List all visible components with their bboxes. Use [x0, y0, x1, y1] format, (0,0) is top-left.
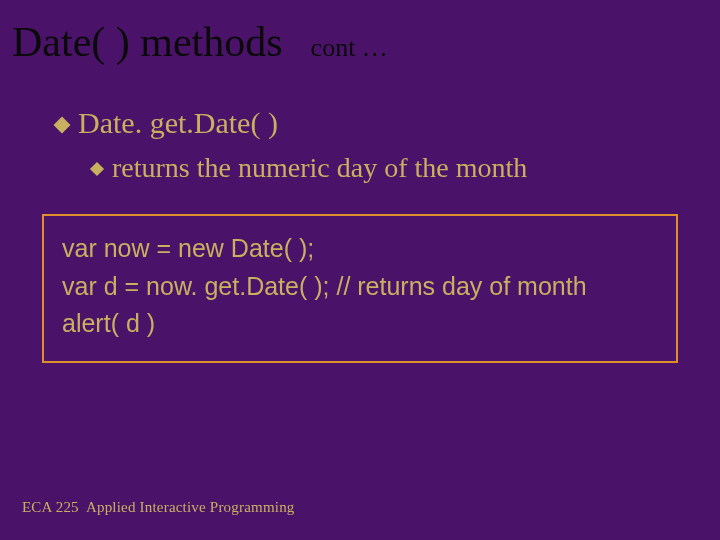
slide: Date( ) methods cont … Date. get.Date( )… — [0, 0, 720, 540]
bullet-level-2: returns the numeric day of the month — [92, 152, 700, 184]
code-line: alert( d ) — [62, 305, 658, 343]
bullet-level-1: Date. get.Date( ) — [56, 106, 700, 140]
diamond-bullet-icon — [90, 162, 104, 176]
diamond-bullet-icon — [54, 117, 71, 134]
bullet-level-2-text: returns the numeric day of the month — [112, 152, 527, 184]
bullet-level-1-text: Date. get.Date( ) — [78, 106, 278, 140]
course-title: Applied Interactive Programming — [86, 499, 295, 515]
code-line: var now = new Date( ); — [62, 230, 658, 268]
slide-title: Date( ) methods — [12, 18, 283, 66]
code-example-box: var now = new Date( ); var d = now. get.… — [42, 214, 678, 363]
slide-continuation: cont … — [311, 33, 388, 63]
title-row: Date( ) methods cont … — [12, 18, 700, 66]
slide-footer: ECA 225 Applied Interactive Programming — [22, 499, 295, 516]
code-line: var d = now. get.Date( ); // returns day… — [62, 268, 658, 306]
course-code: ECA 225 — [22, 499, 79, 515]
